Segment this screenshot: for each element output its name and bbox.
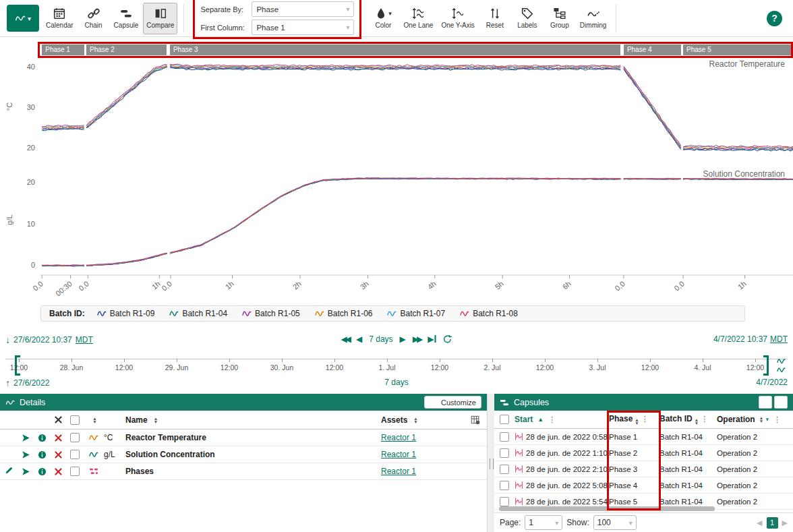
toolbar-button-labels[interactable]: Labels	[512, 3, 543, 34]
toolbar-button-chain[interactable]: Chain	[78, 3, 109, 34]
next-page-icon[interactable]: ▶	[782, 519, 788, 527]
info-icon[interactable]	[38, 450, 47, 459]
legend-item[interactable]: Batch R1-05	[242, 309, 300, 318]
details-row[interactable]: °CReactor TemperatureReactor 1	[0, 430, 487, 446]
prev-page-icon[interactable]: ◀	[757, 519, 762, 527]
legend-item[interactable]: Batch R1-06	[315, 309, 373, 318]
row-checkbox[interactable]	[70, 433, 80, 442]
toolbar-button-one-y-axis[interactable]: One Y-Axis	[438, 3, 477, 34]
capsule-lane-toggle-icon[interactable]	[773, 357, 789, 374]
asset-link[interactable]: Reactor 1	[381, 450, 416, 459]
column-menu-icon[interactable]: ⋮	[548, 415, 556, 424]
timezone-link[interactable]: MDT	[76, 335, 93, 345]
asset-link[interactable]: Reactor 1	[381, 467, 416, 476]
toolbar-button-capsule[interactable]: Capsule	[111, 3, 142, 34]
legend-item[interactable]: Batch R1-08	[460, 309, 518, 318]
timezone-link[interactable]: MDT	[770, 334, 788, 344]
details-column-assets[interactable]: Assets	[381, 415, 407, 425]
filter-icon[interactable]	[765, 415, 769, 424]
page-select[interactable]: 1▾	[525, 515, 562, 530]
capsule-checkbox[interactable]	[500, 481, 509, 490]
duration-label[interactable]: 7 days	[369, 334, 392, 344]
pan-forward-half-icon[interactable]: ▶	[400, 334, 406, 344]
trend-plot[interactable]	[40, 57, 793, 281]
row-checkbox[interactable]	[70, 467, 80, 476]
remove-icon[interactable]	[54, 434, 63, 442]
send-icon[interactable]	[22, 450, 30, 459]
toolbar-button-dimming[interactable]: Dimming	[577, 3, 610, 34]
pan-back-half-icon[interactable]: ◀	[356, 334, 362, 344]
send-icon[interactable]	[22, 467, 30, 476]
capsule-row[interactable]: 28 de jun. de 2022 2:10Phase 3Batch R1-0…	[494, 461, 793, 477]
workbench-logo-button[interactable]: ▾	[7, 5, 39, 32]
sort-ascending-icon[interactable]: ▲	[537, 416, 544, 423]
phase-header-bar[interactable]: Phase 3	[170, 45, 620, 55]
zoom-out-button[interactable]	[774, 396, 788, 409]
phase-header-bar[interactable]: Phase 4	[624, 45, 681, 55]
sort-icon[interactable]: ▲▼	[695, 418, 699, 425]
first-column-select[interactable]: Phase 1▾	[252, 20, 354, 35]
legend-item[interactable]: Batch R1-04	[169, 309, 227, 318]
remove-icon[interactable]	[54, 467, 63, 476]
zoom-to-capsule-button[interactable]	[759, 396, 772, 409]
help-button[interactable]: ?	[767, 11, 782, 26]
capsule-checkbox[interactable]	[500, 432, 509, 442]
investigate-range-down-icon[interactable]: ↓	[5, 334, 10, 345]
remove-icon[interactable]	[54, 450, 63, 459]
show-select[interactable]: 100▾	[593, 515, 637, 530]
sort-icon[interactable]: ▲▼	[635, 418, 639, 425]
capsule-checkbox[interactable]	[500, 448, 509, 458]
customize-button[interactable]: Customize	[424, 396, 481, 409]
phase-header-bar[interactable]: Phase 2	[86, 45, 167, 55]
select-all-checkbox[interactable]	[70, 415, 80, 425]
pan-to-now-icon[interactable]: ▶	[428, 334, 436, 344]
sort-icon[interactable]: ▲▼	[413, 417, 417, 423]
sort-icon[interactable]: ▲▼	[154, 417, 158, 423]
legend-item[interactable]: Batch R1-07	[387, 309, 445, 318]
sort-icon[interactable]: ▲▼	[759, 416, 763, 423]
capsule-row[interactable]: 28 de jun. de 2022 5:08Phase 4Batch R1-0…	[494, 477, 793, 494]
capsules-column-operation[interactable]: Operation	[717, 415, 755, 424]
info-icon[interactable]	[38, 434, 47, 442]
select-all-capsules-checkbox[interactable]	[500, 415, 509, 424]
refresh-icon[interactable]	[443, 334, 452, 344]
remove-all-icon[interactable]	[54, 415, 63, 424]
capsules-column-phase[interactable]: Phase	[609, 414, 633, 423]
capsule-checkbox[interactable]	[500, 497, 509, 506]
details-column-name[interactable]: Name	[125, 415, 148, 425]
toolbar-button-color[interactable]: ▾Color	[368, 3, 399, 34]
sort-icon[interactable]: ▲▼	[92, 417, 96, 423]
toolbar-button-group[interactable]: Group	[544, 3, 575, 34]
asset-link[interactable]: Reactor 1	[381, 433, 416, 442]
timeline-axis	[5, 359, 788, 359]
column-menu-icon[interactable]: ⋮	[773, 415, 781, 424]
details-row[interactable]: PhasesReactor 1	[0, 463, 487, 480]
pan-back-full-icon[interactable]: ◀◀	[341, 334, 349, 344]
toolbar-button-reset[interactable]: Reset	[479, 3, 510, 34]
phase-header-bar[interactable]: Phase 1	[42, 45, 84, 55]
phase-header-bar[interactable]: Phase 5	[683, 45, 793, 55]
toolbar-button-calendar[interactable]: Calendar	[42, 3, 77, 34]
capsule-row[interactable]: 28 de jun. de 2022 0:58Phase 1Batch R1-0…	[494, 429, 793, 445]
capsule-checkbox[interactable]	[500, 465, 509, 474]
legend-item[interactable]: Batch R1-09	[97, 309, 155, 318]
capsule-row[interactable]: 28 de jun. de 2022 1:10Phase 2Batch R1-0…	[494, 445, 793, 461]
info-icon[interactable]	[38, 467, 47, 476]
toolbar-button-compare[interactable]: Compare	[143, 3, 177, 34]
pan-forward-full-icon[interactable]: ▶▶	[413, 334, 421, 344]
row-checkbox[interactable]	[70, 450, 80, 459]
capsules-column-batch[interactable]: Batch ID	[659, 414, 693, 423]
column-menu-icon[interactable]: ⋮	[641, 415, 649, 423]
column-menu-icon[interactable]: ⋮	[701, 415, 708, 423]
page-number-button[interactable]: 1	[767, 517, 778, 529]
separate-by-select[interactable]: Phase▾	[252, 1, 354, 17]
capsules-column-start[interactable]: Start	[515, 415, 533, 424]
send-icon[interactable]	[22, 434, 30, 442]
toolbar-button-one-lane[interactable]: One Lane	[400, 3, 436, 34]
investigate-range-up-icon[interactable]: ↑	[5, 378, 10, 388]
timeline-end-handle[interactable]	[763, 355, 769, 376]
capsules-hscroll-thumb[interactable]	[499, 506, 715, 511]
details-row[interactable]: g/LSolution ConcentrationReactor 1	[0, 446, 487, 463]
column-options-icon[interactable]	[471, 415, 480, 425]
edit-icon[interactable]	[5, 466, 13, 475]
